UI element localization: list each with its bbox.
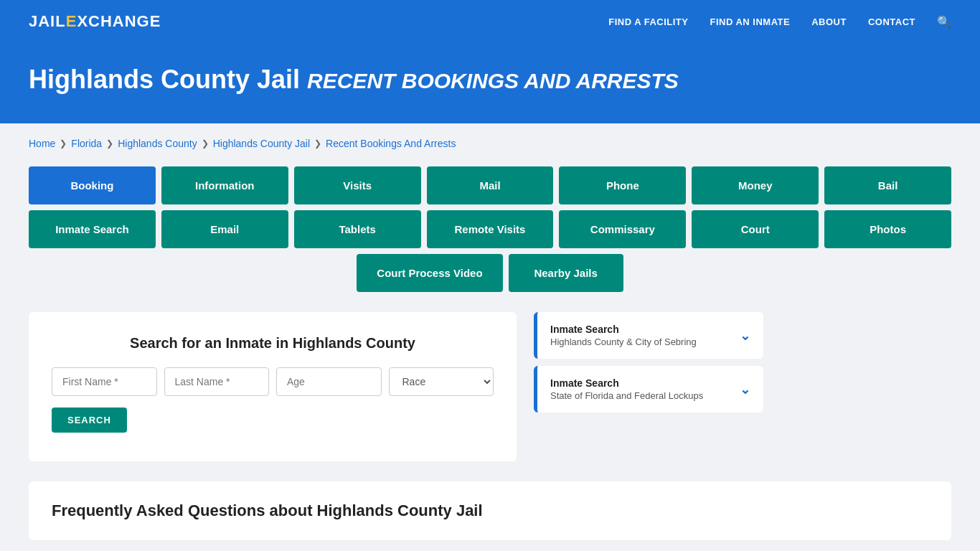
main-content: Home ❯ Florida ❯ Highlands County ❯ High… xyxy=(0,123,980,551)
breadcrumb: Home ❯ Florida ❯ Highlands County ❯ High… xyxy=(29,138,951,149)
breadcrumb-sep-1: ❯ xyxy=(60,138,67,149)
search-title: Search for an Inmate in Highlands County xyxy=(52,335,494,352)
breadcrumb-home[interactable]: Home xyxy=(29,138,55,149)
sidebar-card-1-subtitle: Highlands County & City of Sebring xyxy=(550,336,697,347)
breadcrumb-sep-3: ❯ xyxy=(202,138,209,149)
nav-btn-visits[interactable]: Visits xyxy=(294,166,421,204)
brand-name-part1: JAIL xyxy=(29,12,66,30)
nav-btn-inmate-search[interactable]: Inmate Search xyxy=(29,210,156,248)
nav-btn-email[interactable]: Email xyxy=(161,210,288,248)
nav-btn-court-process-video[interactable]: Court Process Video xyxy=(357,254,502,292)
nav-btn-photos[interactable]: Photos xyxy=(824,210,951,248)
search-form: Race White Black Hispanic Asian Other xyxy=(52,367,494,396)
nav-btn-remote-visits[interactable]: Remote Visits xyxy=(427,210,554,248)
sidebar-card-1-chevron-icon: ⌄ xyxy=(740,328,750,344)
nav-btn-nearby-jails[interactable]: Nearby Jails xyxy=(509,254,623,292)
nav-btn-commissary[interactable]: Commissary xyxy=(559,210,686,248)
nav-btn-money[interactable]: Money xyxy=(692,166,819,204)
nav-btn-booking[interactable]: Booking xyxy=(29,166,156,204)
nav-about[interactable]: ABOUT xyxy=(811,17,847,27)
brand-name-part2: XCHANGE xyxy=(77,12,161,30)
search-panel: Search for an Inmate in Highlands County… xyxy=(29,312,517,461)
nav-btn-court[interactable]: Court xyxy=(692,210,819,248)
nav-find-inmate[interactable]: FIND AN INMATE xyxy=(710,17,790,27)
sidebar-card-1-header[interactable]: Inmate Search Highlands County & City of… xyxy=(537,312,763,359)
breadcrumb-highlands-jail[interactable]: Highlands County Jail xyxy=(213,138,310,149)
first-name-input[interactable] xyxy=(52,367,157,396)
breadcrumb-sep-2: ❯ xyxy=(106,138,113,149)
navbar-search-icon[interactable]: 🔍 xyxy=(937,15,951,29)
last-name-input[interactable] xyxy=(164,367,270,396)
nav-buttons-row-2: Inmate Search Email Tablets Remote Visit… xyxy=(29,210,951,248)
nav-buttons-section: Booking Information Visits Mail Phone Mo… xyxy=(29,166,951,292)
page-title-italic: RECENT BOOKINGS AND ARRESTS xyxy=(307,69,679,93)
sidebar-card-2-title: Inmate Search xyxy=(550,377,703,389)
sidebar-card-2-header[interactable]: Inmate Search State of Florida and Feder… xyxy=(537,366,763,413)
sidebar-card-1: Inmate Search Highlands County & City of… xyxy=(534,312,763,359)
brand-logo[interactable]: JAILEXCHANGE xyxy=(29,12,161,31)
nav-btn-phone[interactable]: Phone xyxy=(559,166,686,204)
sidebar-panel: Inmate Search Highlands County & City of… xyxy=(534,312,763,420)
breadcrumb-highlands-county[interactable]: Highlands County xyxy=(118,138,197,149)
bottom-title: Frequently Asked Questions about Highlan… xyxy=(52,501,928,520)
nav-buttons-row-3: Court Process Video Nearby Jails xyxy=(29,254,951,292)
page-title: Highlands County Jail RECENT BOOKINGS AN… xyxy=(29,65,951,95)
sidebar-card-2-chevron-icon: ⌄ xyxy=(740,382,750,397)
breadcrumb-florida[interactable]: Florida xyxy=(71,138,102,149)
nav-find-facility[interactable]: FIND A FACILITY xyxy=(608,17,688,27)
brand-x-letter: E xyxy=(66,12,77,30)
nav-btn-information[interactable]: Information xyxy=(161,166,288,204)
navbar-links: FIND A FACILITY FIND AN INMATE ABOUT CON… xyxy=(608,15,951,29)
nav-buttons-row-1: Booking Information Visits Mail Phone Mo… xyxy=(29,166,951,204)
race-select[interactable]: Race White Black Hispanic Asian Other xyxy=(389,367,494,396)
hero-section: Highlands County Jail RECENT BOOKINGS AN… xyxy=(0,43,980,123)
sidebar-card-2: Inmate Search State of Florida and Feder… xyxy=(534,366,763,413)
age-input[interactable] xyxy=(276,367,382,396)
breadcrumb-current: Recent Bookings And Arrests xyxy=(326,138,456,149)
navbar: JAILEXCHANGE FIND A FACILITY FIND AN INM… xyxy=(0,0,980,43)
sidebar-card-1-title: Inmate Search xyxy=(550,324,697,335)
page-title-main: Highlands County Jail xyxy=(29,65,300,94)
two-col-layout: Search for an Inmate in Highlands County… xyxy=(29,312,951,461)
nav-btn-mail[interactable]: Mail xyxy=(427,166,554,204)
breadcrumb-sep-4: ❯ xyxy=(314,138,321,149)
bottom-section: Frequently Asked Questions about Highlan… xyxy=(29,481,951,540)
nav-contact[interactable]: CONTACT xyxy=(868,17,915,27)
nav-btn-bail[interactable]: Bail xyxy=(824,166,951,204)
nav-btn-tablets[interactable]: Tablets xyxy=(294,210,421,248)
sidebar-card-2-subtitle: State of Florida and Federal Lockups xyxy=(550,390,703,401)
sidebar-card-2-text: Inmate Search State of Florida and Feder… xyxy=(550,377,703,401)
search-button[interactable]: SEARCH xyxy=(52,408,127,433)
sidebar-card-1-text: Inmate Search Highlands County & City of… xyxy=(550,324,697,347)
